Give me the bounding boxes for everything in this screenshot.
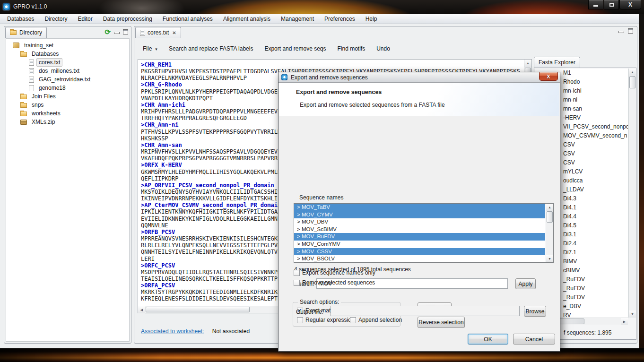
- window-maximize-button[interactable]: [604, 0, 619, 9]
- menu-item[interactable]: Alignment analysis: [218, 14, 276, 24]
- menu-item[interactable]: Data preprocessing: [98, 14, 157, 24]
- ok-button[interactable]: OK: [468, 334, 508, 345]
- tree-item-label: snps: [29, 101, 46, 109]
- tree-item[interactable]: snps: [6, 101, 129, 109]
- menu-item[interactable]: Databases: [2, 14, 39, 24]
- scroll-down-button[interactable]: ▼: [546, 255, 553, 262]
- file-icon: [140, 30, 145, 36]
- editor-toolbar: FileSearch and replace FASTA labelsExpor…: [137, 43, 396, 54]
- checkbox-icon: [294, 270, 300, 276]
- editor-maximize-icon[interactable]: [628, 28, 633, 34]
- search-options-label: Search options:: [298, 299, 341, 305]
- tree-item[interactable]: Join Files: [6, 92, 129, 101]
- scroll-up-button[interactable]: ▲: [629, 69, 636, 76]
- sequence-list-item[interactable]: > MOV_CSSV: [294, 248, 545, 256]
- tree-item-label: genome18: [36, 84, 68, 92]
- search-option-checkbox[interactable]: Append selection: [350, 317, 402, 323]
- scroll-thumb[interactable]: [547, 211, 553, 223]
- tree-item[interactable]: dos_millones.txt: [6, 67, 129, 75]
- tree-item-icon: [20, 52, 27, 57]
- tree-item-icon: [13, 43, 19, 48]
- sequence-list-item[interactable]: > MOV_BSOLV: [294, 255, 545, 262]
- output-file-input[interactable]: [331, 306, 520, 316]
- scroll-up-button[interactable]: ▲: [524, 60, 531, 67]
- sequence-list[interactable]: > MOV_TaBV> MOV_CYMV> MOV_DBV> MOV_ScBIM…: [294, 203, 554, 263]
- menu-item[interactable]: Help: [360, 14, 383, 24]
- explorer-vertical-scrollbar[interactable]: ▲ ▼: [628, 69, 636, 318]
- sequence-list-item[interactable]: > MOV_ScBIMV: [294, 226, 545, 233]
- window-controls: X: [588, 0, 641, 9]
- window-title: GPRO v1.1.0: [13, 3, 47, 10]
- sequence-list-item[interactable]: > MOV_ComYMV: [294, 241, 545, 248]
- fasta-line: >CHR_REM1: [141, 61, 523, 68]
- tree-item[interactable]: training_set: [6, 41, 129, 50]
- apply-button[interactable]: Apply: [515, 278, 536, 289]
- associated-worksheet-value: Not associated: [212, 328, 250, 335]
- toolbar-item[interactable]: Undo: [371, 45, 396, 52]
- menu-bar: DatabasesDirectoryEditorData preprocessi…: [0, 14, 639, 24]
- dialog-titlebar[interactable]: Export and remove sequences: [278, 72, 560, 83]
- desktop-wallpaper-right: [639, 14, 644, 362]
- tab-close-icon[interactable]: ✕: [172, 30, 176, 35]
- sequence-list-item[interactable]: > MOV_DBV: [294, 218, 545, 226]
- tree-item-icon: [20, 120, 27, 125]
- refresh-icon[interactable]: ⟳: [104, 28, 111, 35]
- window-close-button[interactable]: X: [619, 0, 641, 9]
- toolbar-item[interactable]: Search and replace FASTA labels: [163, 45, 259, 52]
- list-vertical-scrollbar[interactable]: ▲ ▼: [546, 204, 553, 262]
- scroll-thumb[interactable]: [629, 76, 635, 88]
- tree-item-label: cores.txt: [36, 58, 62, 67]
- tab-directory[interactable]: Directory: [5, 27, 47, 38]
- sequence-list-item[interactable]: > MOV_RuFDV: [294, 233, 545, 241]
- menu-item[interactable]: Management: [276, 14, 319, 24]
- menu-item[interactable]: Preferences: [319, 14, 360, 24]
- panel-minimize-icon[interactable]: [114, 32, 120, 34]
- dialog-subheading: Export and remove selected sequences fro…: [300, 102, 445, 108]
- browse-button[interactable]: Browse: [524, 306, 546, 317]
- tree-item[interactable]: Databases: [6, 50, 129, 58]
- scroll-up-button[interactable]: ▲: [546, 204, 553, 211]
- directory-tab-label: Directory: [19, 29, 42, 36]
- menu-item[interactable]: Functional analyses: [157, 14, 218, 24]
- tab-cores-txt[interactable]: cores.txt ✕: [135, 27, 181, 38]
- tree-item[interactable]: worksheets: [6, 109, 129, 118]
- scroll-down-button[interactable]: ▼: [629, 310, 636, 318]
- panel-maximize-icon[interactable]: [123, 29, 128, 34]
- window-minimize-button[interactable]: [588, 0, 603, 9]
- export-remove-dialog: Export and remove sequences X Export and…: [278, 72, 560, 352]
- tree-item[interactable]: XMLs.zip: [6, 118, 129, 126]
- app-icon: [3, 3, 10, 10]
- tree-item-label: dos_millones.txt: [36, 67, 82, 75]
- tree-item-label: worksheets: [29, 109, 63, 118]
- tree-item-label: Databases: [29, 50, 61, 58]
- scroll-thumb[interactable]: [146, 307, 250, 312]
- sequence-list-item[interactable]: > MOV_CYMV: [294, 211, 545, 219]
- tree-item-icon: [20, 103, 27, 108]
- tree-item[interactable]: genome18: [6, 84, 129, 92]
- reverse-selection-button[interactable]: Reverse selection: [418, 317, 465, 328]
- sequence-list-item[interactable]: > MOV_TaBV: [294, 204, 545, 211]
- scroll-right-button[interactable]: ▶: [621, 318, 628, 325]
- fasta-explorer-tab-label: Fasta Explorer: [539, 59, 575, 66]
- export-names-checkbox[interactable]: Export sequence names only: [294, 269, 375, 276]
- scroll-left-button[interactable]: ◀: [138, 306, 145, 313]
- cancel-button[interactable]: Cancel: [513, 334, 555, 345]
- toolbar-item[interactable]: File: [137, 45, 163, 52]
- tab-fasta-explorer[interactable]: Fasta Explorer: [534, 57, 580, 68]
- window-titlebar[interactable]: GPRO v1.1.0 X: [0, 0, 644, 14]
- tree-item[interactable]: GAG_retroviridae.txt: [6, 75, 129, 84]
- remove-selected-checkbox[interactable]: Remove selected sequences: [294, 279, 375, 286]
- sequence-names-label: Sequence names: [299, 194, 343, 201]
- tree-item[interactable]: cores.txt: [6, 58, 129, 67]
- menu-item[interactable]: Directory: [39, 14, 72, 24]
- application-window: GPRO v1.1.0 X DatabasesDirectoryEditorDa…: [0, 0, 644, 362]
- toolbar-item[interactable]: Export and remove seqs: [259, 45, 331, 52]
- checkbox-label: Export sequence names only: [302, 269, 375, 276]
- menu-item[interactable]: Editor: [72, 14, 97, 24]
- dialog-close-button[interactable]: X: [539, 72, 558, 81]
- search-option-checkbox[interactable]: Regular expression: [297, 317, 350, 323]
- toolbar-item[interactable]: Find motifs: [332, 45, 371, 52]
- directory-tree: training_set Databases cores.txt dos_mil…: [6, 38, 130, 342]
- associated-to-worksheet-link[interactable]: Associated to worksheet:: [141, 328, 204, 335]
- editor-minimize-icon[interactable]: [618, 31, 624, 33]
